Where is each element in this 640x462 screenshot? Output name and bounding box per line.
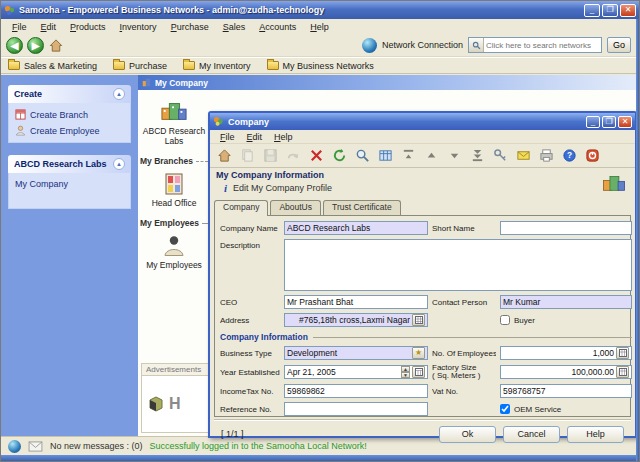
- reference-label: Reference No.: [220, 405, 280, 414]
- help-button[interactable]: Help: [567, 426, 624, 443]
- create-branch-item[interactable]: Create Branch: [15, 109, 124, 120]
- tab-aboutus[interactable]: AboutUs: [270, 200, 321, 215]
- description-field[interactable]: [284, 239, 632, 291]
- shortcut-sales-marketing[interactable]: Sales & Marketing: [8, 61, 97, 71]
- window-frame: [636, 19, 639, 461]
- minimize-button[interactable]: _: [584, 4, 600, 17]
- samooha-window: Samooha - Empowered Business Networks - …: [0, 0, 640, 462]
- save-icon[interactable]: [260, 146, 281, 166]
- year-established-field[interactable]: [287, 367, 399, 377]
- home-button[interactable]: [48, 38, 64, 53]
- dialog-maximize-button[interactable]: ❐: [602, 116, 616, 128]
- spin-down-icon[interactable]: ▼: [401, 372, 410, 378]
- short-name-field[interactable]: [503, 223, 629, 233]
- first-record-icon[interactable]: [398, 146, 419, 166]
- advertiser-logo-icon: [146, 394, 166, 414]
- create-employee-item[interactable]: Create Employee: [15, 125, 124, 136]
- factory-size-field[interactable]: [503, 367, 614, 377]
- address-browse-button[interactable]: [412, 314, 425, 326]
- dialog-menu-help[interactable]: Help: [268, 132, 299, 142]
- oem-service-checkbox[interactable]: [500, 404, 510, 414]
- refresh-icon[interactable]: [329, 146, 350, 166]
- undo-icon[interactable]: [283, 146, 304, 166]
- reference-field[interactable]: [287, 404, 425, 414]
- company-pane: ABCD Research Labs ▲ My Company: [8, 155, 131, 209]
- employees-label: No. Of Employees: [432, 349, 496, 358]
- dialog-titlebar: Company _ ❐ ✕: [210, 113, 635, 130]
- email-icon[interactable]: [513, 146, 534, 166]
- maximize-button[interactable]: ❐: [602, 4, 618, 17]
- my-company-item[interactable]: My Company: [15, 179, 124, 189]
- menu-products[interactable]: Products: [63, 22, 113, 32]
- vat-field[interactable]: [503, 386, 629, 396]
- node-head-office[interactable]: Head Office: [142, 172, 206, 208]
- menu-inventory[interactable]: Inventory: [113, 22, 164, 32]
- dialog-title: Company: [228, 117, 582, 127]
- menu-sales[interactable]: Sales: [216, 22, 253, 32]
- last-record-icon[interactable]: [467, 146, 488, 166]
- company-name-field[interactable]: [287, 223, 425, 233]
- factory-calculator-button[interactable]: [616, 366, 629, 378]
- cancel-button[interactable]: Cancel: [503, 426, 560, 443]
- exit-icon[interactable]: [582, 146, 603, 166]
- ok-button[interactable]: Ok: [439, 426, 496, 443]
- messages-envelope-icon[interactable]: [28, 441, 43, 452]
- description-label: Description: [220, 241, 280, 250]
- menu-edit[interactable]: Edit: [34, 22, 64, 32]
- dialog-close-button[interactable]: ✕: [618, 116, 632, 128]
- shortcut-label: My Inventory: [199, 61, 251, 71]
- go-button[interactable]: Go: [607, 37, 631, 53]
- help-icon[interactable]: ?: [559, 146, 580, 166]
- node-company[interactable]: ABCD Research Labs: [142, 98, 206, 146]
- year-established-label: Year Established: [220, 368, 280, 377]
- node-my-employees[interactable]: My Employees: [142, 234, 206, 270]
- tab-trust-certificate[interactable]: Trust Certificate: [323, 200, 401, 215]
- employees-calculator-button[interactable]: [616, 347, 629, 359]
- shortcut-purchase[interactable]: Purchase: [113, 61, 167, 71]
- tab-company[interactable]: Company: [214, 200, 268, 216]
- year-spinner[interactable]: ▲▼: [401, 366, 410, 378]
- table-view-icon[interactable]: [375, 146, 396, 166]
- next-record-icon[interactable]: [444, 146, 465, 166]
- company-pane-header[interactable]: ABCD Research Labs ▲: [8, 155, 131, 173]
- item-label: Create Employee: [30, 126, 100, 136]
- address-field[interactable]: [287, 315, 410, 325]
- delete-icon[interactable]: [306, 146, 327, 166]
- calendar-button[interactable]: [412, 366, 425, 378]
- print-icon[interactable]: [536, 146, 557, 166]
- dialog-menu-file[interactable]: File: [214, 132, 241, 142]
- search-input[interactable]: [484, 40, 601, 51]
- menu-file[interactable]: File: [5, 22, 34, 32]
- collapse-chevron-icon[interactable]: ▲: [113, 88, 125, 100]
- shortcut-my-inventory[interactable]: My Inventory: [183, 61, 251, 71]
- home-icon[interactable]: [214, 146, 235, 166]
- record-pager: [ 1/1 ]: [221, 429, 244, 439]
- business-type-picker-button[interactable]: ★: [412, 347, 425, 359]
- item-label: Create Branch: [30, 110, 88, 120]
- collapse-chevron-icon[interactable]: ▲: [113, 158, 125, 170]
- income-tax-field[interactable]: [287, 386, 425, 396]
- dialog-minimize-button[interactable]: _: [586, 116, 600, 128]
- back-button[interactable]: ◀: [6, 37, 23, 54]
- search-networks-icon[interactable]: [469, 38, 484, 52]
- menu-help[interactable]: Help: [303, 22, 336, 32]
- menu-accounts[interactable]: Accounts: [252, 22, 303, 32]
- contact-person-field[interactable]: [503, 297, 629, 307]
- key-search-icon[interactable]: [490, 146, 511, 166]
- create-pane-header[interactable]: Create ▲: [8, 85, 131, 103]
- employees-field[interactable]: [503, 348, 614, 358]
- ceo-field[interactable]: [287, 297, 425, 307]
- group-my-employees: My Employees: [140, 218, 208, 228]
- forward-button[interactable]: ▶: [27, 37, 44, 54]
- copy-icon[interactable]: [237, 146, 258, 166]
- buyer-checkbox[interactable]: [500, 315, 510, 325]
- close-button[interactable]: ✕: [620, 4, 636, 17]
- dialog-menu-edit[interactable]: Edit: [241, 132, 269, 142]
- window-bottom-frame: [1, 455, 639, 461]
- search-icon[interactable]: [352, 146, 373, 166]
- business-type-field[interactable]: [287, 348, 410, 358]
- shortcut-my-business-networks[interactable]: My Business Networks: [267, 61, 374, 71]
- previous-record-icon[interactable]: [421, 146, 442, 166]
- task-pane-sidebar: Create ▲ Create Branch Create Employee: [1, 75, 138, 436]
- menu-purchase[interactable]: Purchase: [164, 22, 216, 32]
